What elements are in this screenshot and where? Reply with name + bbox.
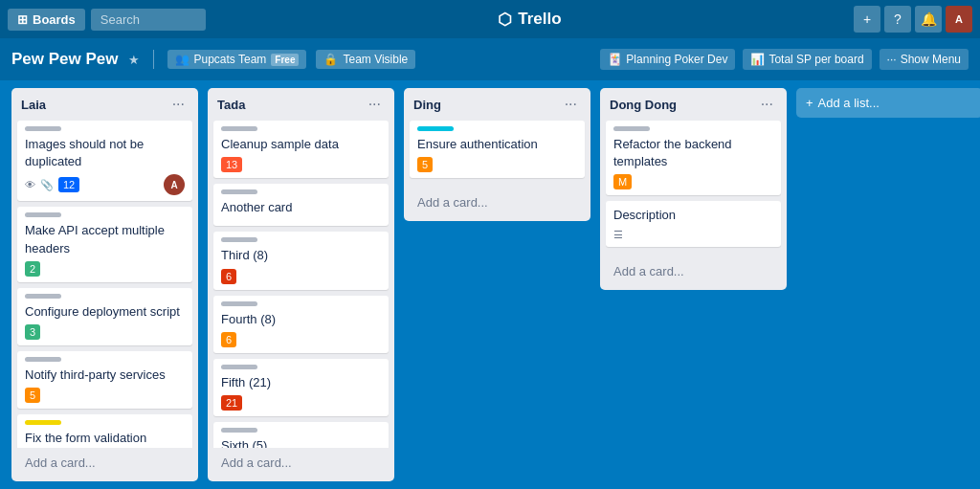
card-meta: 2 [25,261,185,277]
card-label-bar [221,189,257,194]
card-label-bar [221,126,257,131]
list-cards-laia: Images should not be duplicated👁📎12AMake… [11,117,198,448]
card-dd1[interactable]: Refactor the backend templatesM [606,121,781,195]
list-cards-tada: Cleanup sample data13Another cardThird (… [208,117,394,448]
list-header-ding: Ding··· [404,88,590,117]
card-meta: 3 [25,324,185,340]
card-c4[interactable]: Notify third-party services5 [17,351,192,409]
card-title: Configure deployment script [25,303,185,321]
star-icon[interactable]: ★ [128,53,140,67]
attach-icon: 📎 [40,179,54,191]
card-label-bar [221,301,257,306]
card-label-bar [25,212,61,217]
card-title: Fourth (8) [221,311,381,328]
card-d1[interactable]: Ensure authentication5 [410,121,585,178]
visibility-badge[interactable]: 🔒 Team Visible [316,50,415,69]
card-c3[interactable]: Configure deployment script3 [17,288,192,345]
card-t2[interactable]: Another card [213,184,389,226]
card-dd2[interactable]: Description☰ [606,201,781,246]
add-button[interactable]: + [854,6,880,33]
list-menu-button-dongdong[interactable]: ··· [757,96,777,113]
boards-grid-icon: ⊞ [17,12,28,27]
card-badge-2: 6 [221,332,236,347]
card-title: Fifth (21) [221,374,381,391]
list-cards-dongdong: Refactor the backend templatesMDescripti… [600,117,787,256]
card-label-bar [221,237,257,242]
card-t4[interactable]: Fourth (8)6 [213,296,389,353]
list-laia: Laia···Images should not be duplicated👁📎… [11,88,198,481]
sp-icon: 📊 [750,53,765,66]
card-label-bar [25,357,61,362]
description-icon: ☰ [613,229,623,241]
add-card-button-tada[interactable]: Add a card... [212,450,390,476]
list-title-tada: Tada [217,98,245,112]
profile-avatar[interactable]: A [946,6,972,33]
card-badge: 5 [417,157,433,172]
card-title: Fix the form validation [25,430,185,447]
list-header-laia: Laia··· [11,88,198,117]
card-title: Description [613,207,773,224]
list-menu-button-laia[interactable]: ··· [168,96,189,113]
list-title-ding: Ding [413,98,441,112]
divider [153,50,154,69]
add-card-button-dongdong[interactable]: Add a card... [604,258,783,284]
card-badge: 5 [25,388,40,403]
show-menu-link[interactable]: ··· Show Menu [880,49,969,70]
card-meta: 5 [25,388,185,403]
card-badge: 21 [221,395,242,411]
card-label-bar [221,428,257,433]
card-c1[interactable]: Images should not be duplicated👁📎12A [17,121,192,201]
board-header-right: 🃏 Planning Poker Dev 📊 Total SP per boar… [600,49,969,70]
team-badge[interactable]: 👥 Pupcats Team Free [167,50,307,69]
lock-icon: 🔒 [323,53,338,66]
add-card-button-laia[interactable]: Add a card... [15,450,194,476]
search-input[interactable] [91,9,206,31]
card-title: Images should not be duplicated [25,136,185,170]
list-title-laia: Laia [21,98,46,112]
card-badge: 6 [221,269,236,284]
notifications-button[interactable]: 🔔 [915,6,942,33]
list-menu-button-ding[interactable]: ··· [561,96,581,113]
list-menu-button-tada[interactable]: ··· [365,96,385,113]
top-navigation: ⊞ Boards ⬡ Trello + ? 🔔 A [0,0,980,38]
card-title: Refactor the backend templates [613,136,773,170]
plus-icon: + [806,96,813,110]
team-icon: 👥 [175,53,189,66]
card-label-bar [25,294,61,299]
card-t1[interactable]: Cleanup sample data13 [213,121,389,178]
card-t3[interactable]: Third (8)6 [213,232,389,289]
add-list-button[interactable]: + Add a list... [796,88,980,118]
list-tada: Tada···Cleanup sample data13Another card… [208,88,394,481]
list-header-tada: Tada··· [208,88,394,117]
list-cards-ding: Ensure authentication5 [404,117,590,188]
board-header: Pew Pew Pew ★ 👥 Pupcats Team Free 🔒 Team… [0,38,980,80]
info-button[interactable]: ? [884,6,911,33]
total-sp-link[interactable]: 📊 Total SP per board [743,49,871,70]
ellipsis-icon: ··· [887,53,897,66]
card-meta: 13 [221,157,381,172]
card-title: Ensure authentication [417,136,577,153]
card-meta: 5 [417,157,577,172]
list-dongdong: Dong Dong···Refactor the backend templat… [600,88,787,290]
card-badge: M [613,174,632,189]
planning-poker-link[interactable]: 🃏 Planning Poker Dev [600,49,735,70]
card-t6[interactable]: Sixth (5)21 [213,422,389,448]
card-meta: M [613,174,773,189]
card-title: Third (8) [221,247,381,264]
trello-logo-icon: ⬡ [498,10,512,30]
nav-right-actions: + ? 🔔 A [854,6,972,33]
boards-button[interactable]: ⊞ Boards [8,9,85,31]
card-meta: 21 [221,395,381,411]
card-label-bar [417,126,454,131]
card-meta: ☰ [613,229,773,241]
planning-poker-icon: 🃏 [608,53,622,66]
card-label-bar [613,126,650,131]
list-ding: Ding···Ensure authentication5Add a card.… [404,88,590,221]
card-badge: 13 [221,157,242,172]
card-c2[interactable]: Make API accept multiple headers2 [17,207,192,281]
card-t5[interactable]: Fifth (21)21 [213,359,389,416]
add-card-button-ding[interactable]: Add a card... [408,189,587,215]
card-avatar: A [164,174,185,195]
card-c5[interactable]: Fix the form validation5 [17,414,192,448]
list-title-dongdong: Dong Dong [610,98,677,112]
